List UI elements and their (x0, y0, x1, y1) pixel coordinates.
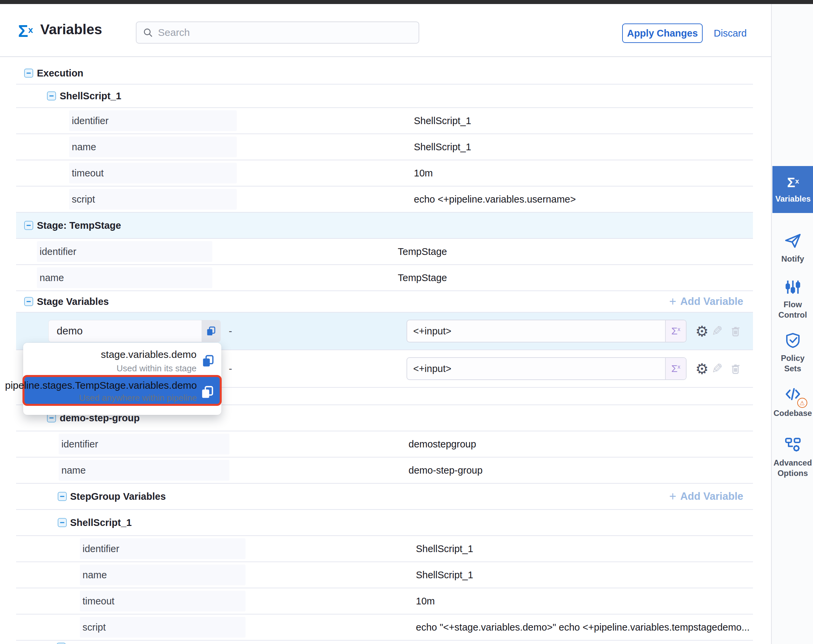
plus-icon: + (669, 294, 676, 308)
field-value: demostepgroup (408, 439, 476, 450)
collapse-icon[interactable] (58, 492, 67, 501)
field-row: identifier ShellScript_1 (16, 108, 753, 134)
field-row: identifier ShellScript_1 (16, 536, 753, 562)
plus-icon: + (669, 489, 676, 503)
field-value: ShellScript_1 (414, 141, 471, 153)
collapse-icon[interactable] (24, 221, 33, 230)
expression-scope-hint: Used within its stage (117, 363, 196, 374)
warning-icon: ⚠ (797, 398, 807, 408)
copy-button[interactable] (199, 384, 215, 401)
delete-trash-icon[interactable] (728, 361, 743, 376)
field-label: identifier (59, 434, 229, 454)
variable-expression-popup: stage.variables.demo Used within its sta… (23, 343, 221, 415)
field-label: script (69, 189, 237, 210)
field-row: identifier TempStage (16, 239, 753, 265)
field-value: demo-step-group (408, 465, 483, 476)
section-execution[interactable]: Execution (16, 62, 753, 84)
page-title: Variables (40, 21, 102, 38)
field-row: name ShellScript_1 (16, 562, 753, 588)
field-value: ShellScript_1 (416, 570, 473, 581)
field-row: timeout 10m (16, 588, 753, 615)
delete-trash-icon[interactable] (728, 324, 743, 339)
field-row: timeout 10m (16, 160, 753, 187)
section-label: StepGroup Variables (70, 491, 166, 502)
field-value: echo "<+stage.variables.demo>" echo <+pi… (416, 622, 750, 633)
search-icon (143, 27, 153, 38)
sliders-icon (784, 278, 802, 296)
field-value: echo <+pipeline.variables.username> (414, 194, 576, 205)
copy-icon (205, 325, 217, 337)
field-value: TempStage (398, 246, 447, 257)
field-label: name (59, 460, 229, 481)
discard-button[interactable]: Discard (714, 23, 747, 43)
field-value: ShellScript_1 (414, 115, 471, 126)
search-box[interactable] (136, 21, 419, 44)
field-row: name demo-step-group (16, 457, 753, 484)
edit-pencil-icon[interactable]: ✎ (709, 361, 725, 376)
sidebar-item-advanced-options[interactable]: Advanced Options (772, 435, 813, 478)
field-label: identifier (80, 538, 245, 559)
section-label: Stage: TempStage (37, 220, 121, 231)
settings-gear-icon[interactable]: ⚙ (694, 361, 710, 376)
collapse-icon[interactable] (24, 69, 33, 78)
field-label: timeout (69, 163, 237, 184)
sidebar-item-notify[interactable]: Notify (772, 232, 813, 264)
settings-gear-icon[interactable]: ⚙ (694, 324, 710, 339)
copy-button[interactable] (202, 320, 220, 342)
section-shellscript[interactable]: ShellScript_1 (16, 84, 753, 108)
variable-value-field[interactable]: <+input> Σx (406, 357, 687, 380)
field-value: TempStage (398, 272, 447, 284)
flowchart-gear-icon (784, 435, 802, 454)
shield-check-icon (784, 331, 802, 350)
variable-scope: - (229, 325, 232, 337)
collapse-icon[interactable] (57, 642, 66, 644)
variable-value: <+input> (407, 363, 665, 374)
right-sidebar: Σx Variables Notify Flow Control Policy … (771, 4, 813, 644)
field-label: timeout (80, 591, 245, 612)
field-label: identifier (69, 110, 237, 131)
collapse-icon[interactable] (24, 297, 33, 306)
expression-option-highlighted[interactable]: pipeline.stages.TempStage.variables.demo… (23, 375, 222, 406)
variable-value-field[interactable]: <+input> Σx (406, 320, 687, 342)
sidebar-item-variables[interactable]: Σx Variables (772, 166, 813, 213)
collapse-icon[interactable] (47, 92, 56, 101)
collapse-icon[interactable] (58, 518, 67, 527)
section-stage-tempstage[interactable]: Stage: TempStage (16, 213, 753, 239)
expression-text: stage.variables.demo (101, 349, 196, 360)
sidebar-item-flow-control[interactable]: Flow Control (772, 278, 813, 320)
field-row: script echo <+pipeline.variables.usernam… (16, 187, 753, 213)
expression-scope-hint: Used anywhere within pipeline (79, 393, 197, 403)
panel-header: Σx Variables Apply Changes Discard (0, 4, 771, 57)
variable-name-input[interactable] (49, 320, 202, 342)
copy-button[interactable] (201, 354, 215, 370)
field-value: ShellScript_1 (416, 543, 473, 554)
section-nested-shellscript[interactable]: ShellScript_1 (16, 510, 753, 536)
expression-toggle-button[interactable]: Σx (665, 320, 686, 342)
pipeline-variables-panel: Σx Variables Apply Changes Discard Execu… (0, 0, 813, 644)
field-row: identifier demostepgroup (16, 431, 753, 457)
field-label: script (80, 617, 245, 638)
section-stepgroup-variables[interactable]: StepGroup Variables +Add Variable (16, 484, 753, 510)
variables-sigma-icon: Σx (18, 21, 33, 41)
section-label: Stage Variables (37, 296, 109, 307)
field-label: identifier (37, 241, 212, 262)
copy-icon (201, 354, 215, 368)
field-row: name TempStage (16, 265, 753, 291)
field-label: name (80, 564, 245, 585)
search-input[interactable] (158, 27, 413, 38)
sidebar-item-codebase[interactable]: ⚠ Codebase (772, 385, 813, 418)
paper-plane-icon (784, 232, 802, 250)
add-variable-button[interactable]: +Add Variable (669, 489, 743, 503)
apply-changes-button[interactable]: Apply Changes (622, 23, 703, 43)
section-label: Execution (37, 68, 83, 79)
copy-icon (199, 384, 215, 400)
section-label: ShellScript_1 (60, 90, 121, 102)
expression-toggle-button[interactable]: Σx (665, 358, 686, 379)
section-stage-variables[interactable]: Stage Variables +Add Variable (16, 291, 753, 313)
variable-value: <+input> (407, 326, 665, 337)
edit-pencil-icon[interactable]: ✎ (709, 324, 725, 339)
variable-name-field[interactable] (48, 320, 221, 342)
add-variable-button[interactable]: +Add Variable (669, 294, 743, 308)
sidebar-item-policy-sets[interactable]: Policy Sets (772, 331, 813, 374)
expression-option[interactable]: stage.variables.demo Used within its sta… (23, 343, 221, 375)
